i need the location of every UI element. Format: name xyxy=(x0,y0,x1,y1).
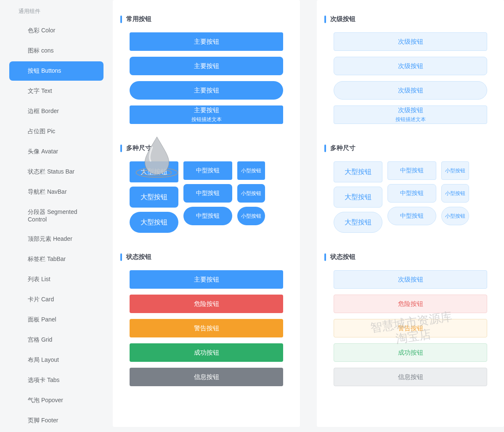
sidebar-item-popover[interactable]: 气泡 Popover xyxy=(9,391,103,410)
sidebar-item-color[interactable]: 色彩 Color xyxy=(9,21,103,40)
primary-button-with-desc[interactable]: 主要按钮 按钮描述文本 xyxy=(130,105,283,124)
sidebar: 通用组件 色彩 Color 图标 cons 按钮 Buttons 文字 Text… xyxy=(0,0,113,432)
button-subtitle: 按钮描述文本 xyxy=(395,116,426,123)
secondary-medium-button-pill[interactable]: 中型按钮 xyxy=(387,207,436,225)
status-danger-button[interactable]: 危险按钮 xyxy=(130,295,283,313)
secondary-button-pill[interactable]: 次级按钮 xyxy=(334,81,487,100)
sidebar-item-footer[interactable]: 页脚 Footer xyxy=(9,411,103,430)
section-status: 状态按钮 xyxy=(324,253,496,261)
section-status: 状态按钮 xyxy=(120,253,292,261)
sidebar-item-grid[interactable]: 宫格 Grid xyxy=(9,330,103,350)
sidebar-item-panel[interactable]: 面板 Panel xyxy=(9,310,103,329)
sidebar-item-card[interactable]: 卡片 Card xyxy=(9,290,103,309)
button-title: 次级按钮 xyxy=(398,106,423,114)
secondary-button-rounded[interactable]: 次级按钮 xyxy=(334,57,487,75)
sidebar-item-list[interactable]: 列表 List xyxy=(9,270,103,289)
secondary-large-button[interactable]: 大型按钮 xyxy=(334,161,382,182)
primary-large-button-pill[interactable]: 大型按钮 xyxy=(130,212,178,233)
button-title: 主要按钮 xyxy=(194,106,219,114)
sidebar-item-segmented[interactable]: 分段器 Segmented Control xyxy=(9,203,103,229)
secondary-small-button[interactable]: 小型按钮 xyxy=(441,161,469,180)
sidebar-item-avatar[interactable]: 头像 Avatar xyxy=(9,142,103,161)
sidebar-item-text[interactable]: 文字 Text xyxy=(9,82,103,101)
secondary-button-with-desc[interactable]: 次级按钮 按钮描述文本 xyxy=(334,105,487,124)
status-sec-danger-button[interactable]: 危险按钮 xyxy=(334,295,487,313)
section-sizes: 多种尺寸 xyxy=(120,144,292,152)
primary-large-button[interactable]: 大型按钮 xyxy=(130,161,178,182)
primary-small-button-pill[interactable]: 小型按钮 xyxy=(237,207,265,225)
primary-medium-button[interactable]: 中型按钮 xyxy=(183,161,232,180)
sidebar-item-tabs[interactable]: 选项卡 Tabs xyxy=(9,371,103,390)
section-sizes: 多种尺寸 xyxy=(324,144,496,152)
button-subtitle: 按钮描述文本 xyxy=(191,116,222,123)
sidebar-header: 通用组件 xyxy=(0,4,113,20)
sidebar-item-navbar[interactable]: 导航栏 NavBar xyxy=(9,182,103,202)
status-sec-success-button[interactable]: 成功按钮 xyxy=(334,343,487,362)
secondary-large-button-rounded[interactable]: 大型按钮 xyxy=(334,187,382,208)
secondary-medium-button[interactable]: 中型按钮 xyxy=(387,161,436,180)
sidebar-item-pic[interactable]: 占位图 Pic xyxy=(9,122,103,141)
sidebar-item-layout[interactable]: 布局 Layout xyxy=(9,350,103,370)
status-sec-warning-button[interactable]: 警告按钮 xyxy=(334,319,487,337)
sidebar-item-statusbar[interactable]: 状态栏 Status Bar xyxy=(9,162,103,182)
primary-small-button[interactable]: 小型按钮 xyxy=(237,161,265,180)
sidebar-item-header[interactable]: 顶部元素 Header xyxy=(9,229,103,249)
section-common-buttons: 常用按钮 xyxy=(120,15,292,23)
status-success-button[interactable]: 成功按钮 xyxy=(130,343,283,362)
panel-primary: 常用按钮 主要按钮 主要按钮 主要按钮 主要按钮 按钮描述文本 多种尺寸 大型按… xyxy=(113,0,300,427)
secondary-small-button-rounded[interactable]: 小型按钮 xyxy=(441,184,469,203)
secondary-medium-button-rounded[interactable]: 中型按钮 xyxy=(387,184,436,203)
primary-medium-button-pill[interactable]: 中型按钮 xyxy=(183,207,232,225)
sidebar-item-border[interactable]: 边框 Border xyxy=(9,102,103,121)
sidebar-item-buttons[interactable]: 按钮 Buttons xyxy=(9,61,103,81)
status-secondary-button[interactable]: 次级按钮 xyxy=(334,270,487,289)
primary-button-pill[interactable]: 主要按钮 xyxy=(130,81,283,100)
section-secondary-buttons: 次级按钮 xyxy=(324,15,496,23)
secondary-large-button-pill[interactable]: 大型按钮 xyxy=(334,212,382,233)
sidebar-item-tabbar[interactable]: 标签栏 TabBar xyxy=(9,250,103,269)
secondary-button[interactable]: 次级按钮 xyxy=(334,32,487,51)
status-warning-button[interactable]: 警告按钮 xyxy=(130,319,283,337)
panel-secondary: 次级按钮 次级按钮 次级按钮 次级按钮 次级按钮 按钮描述文本 多种尺寸 大型按… xyxy=(317,0,504,427)
primary-button[interactable]: 主要按钮 xyxy=(130,32,283,51)
primary-large-button-rounded[interactable]: 大型按钮 xyxy=(130,187,178,208)
status-sec-info-button[interactable]: 信息按钮 xyxy=(334,368,487,386)
secondary-small-button-pill[interactable]: 小型按钮 xyxy=(441,207,469,225)
status-info-button[interactable]: 信息按钮 xyxy=(130,368,283,386)
primary-medium-button-rounded[interactable]: 中型按钮 xyxy=(183,184,232,203)
status-primary-button[interactable]: 主要按钮 xyxy=(130,270,283,289)
primary-button-rounded[interactable]: 主要按钮 xyxy=(130,57,283,75)
sidebar-item-icons[interactable]: 图标 cons xyxy=(9,41,103,61)
primary-small-button-rounded[interactable]: 小型按钮 xyxy=(237,184,265,203)
